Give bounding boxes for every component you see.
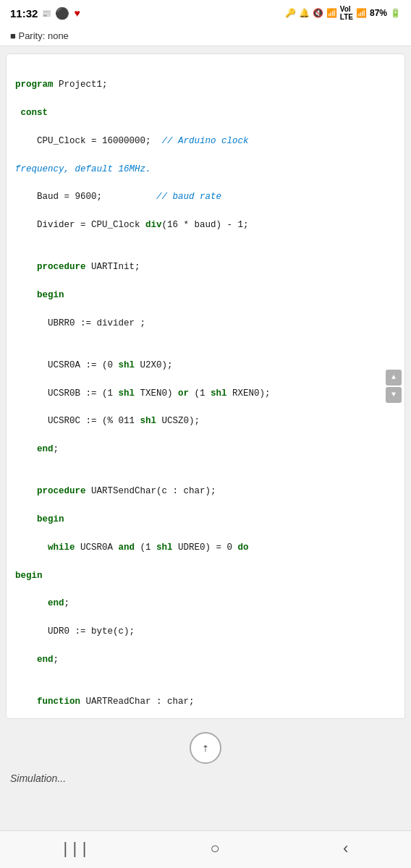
nav-back-button[interactable]: ‹: [323, 835, 368, 864]
code-line-1: program Project1;: [15, 64, 396, 93]
bottom-label-text: Simulation...: [10, 773, 66, 784]
code-line-8: begin: [15, 275, 396, 303]
scroll-up-circle-btn[interactable]: ⇡: [190, 732, 221, 764]
status-alarm-icon: 🔔: [299, 8, 310, 18]
nav-recent-button[interactable]: |||: [43, 835, 107, 864]
code-line-blank3: [15, 457, 396, 471]
status-battery-icon: 🔋: [390, 8, 401, 18]
code-line-blank4: [15, 667, 396, 681]
code-line-17: begin: [15, 555, 396, 583]
status-battery-text: 87%: [370, 8, 387, 18]
parity-bar: ■ Parity: none: [0, 26, 411, 46]
status-left: 11:32 📰 ⚫ ♥: [10, 7, 80, 20]
code-line-21: function UARTReadChar : char;: [15, 681, 396, 710]
code-line-6: Divider = CPU_Clock div(16 * baud) - 1;: [15, 205, 396, 233]
code-line-22: begin: [15, 709, 396, 719]
status-mute-icon: 🔇: [313, 8, 323, 18]
status-heart-icon: ♥: [74, 7, 80, 19]
code-line-blank1: [15, 233, 396, 247]
code-line-4: frequency, default 16MHz.: [15, 148, 396, 176]
code-line-7: procedure UARTInit;: [15, 247, 396, 275]
code-line-9: UBRR0 := divider ;: [15, 302, 396, 331]
code-line-18: end;: [15, 583, 396, 611]
code-line-14: procedure UARTSendChar(c : char);: [15, 471, 396, 499]
code-line-19: UDR0 := byte(c);: [15, 611, 396, 639]
code-line-11: UCSR0B := (1 shl TXEN0) or (1 shl RXEN0)…: [15, 373, 396, 401]
scroll-down-arrow[interactable]: ▼: [386, 387, 402, 403]
code-line-13: end;: [15, 429, 396, 457]
code-line-20: end;: [15, 639, 396, 667]
nav-home-button[interactable]: ○: [193, 835, 237, 864]
status-wifi-icon: 📶: [326, 8, 337, 18]
code-line-blank2: [15, 331, 396, 344]
nav-bar: ||| ○ ‹: [0, 830, 411, 868]
scroll-indicator[interactable]: ▲ ▼: [386, 370, 402, 403]
code-line-12: UCSR0C := (% 011 shl UCSZ0);: [15, 401, 396, 429]
status-key-icon: 🔑: [285, 8, 296, 18]
code-line-16: while UCSR0A and (1 shl UDRE0) = 0 do: [15, 527, 396, 555]
bottom-label: Simulation...: [0, 770, 411, 787]
code-line-3: CPU_Clock = 16000000; // Arduino clock: [15, 121, 396, 149]
parity-label: ■ Parity: none: [10, 30, 69, 41]
scroll-up-arrow[interactable]: ▲: [386, 370, 402, 386]
status-signal-text: VolLTE: [340, 5, 353, 21]
status-time: 11:32: [10, 7, 38, 20]
code-line-15: begin: [15, 499, 396, 527]
code-line-10: UCSR0A := (0 shl U2X0);: [15, 345, 396, 373]
status-dot-icon: ⚫: [55, 7, 69, 20]
status-right: 🔑 🔔 🔇 📶 VolLTE 📶 87% 🔋: [285, 5, 401, 21]
scroll-up-button-area: ⇡: [0, 726, 411, 770]
code-editor: program Project1; const CPU_Clock = 1600…: [6, 54, 405, 719]
code-line-2: const: [15, 93, 396, 121]
scroll-up-icon: ⇡: [202, 741, 209, 755]
status-news-icon: 📰: [42, 9, 51, 17]
code-line-5: Baud = 9600; // baud rate: [15, 176, 396, 205]
status-bars-icon: 📶: [356, 8, 367, 18]
status-bar: 11:32 📰 ⚫ ♥ 🔑 🔔 🔇 📶 VolLTE 📶 87% 🔋: [0, 0, 411, 26]
